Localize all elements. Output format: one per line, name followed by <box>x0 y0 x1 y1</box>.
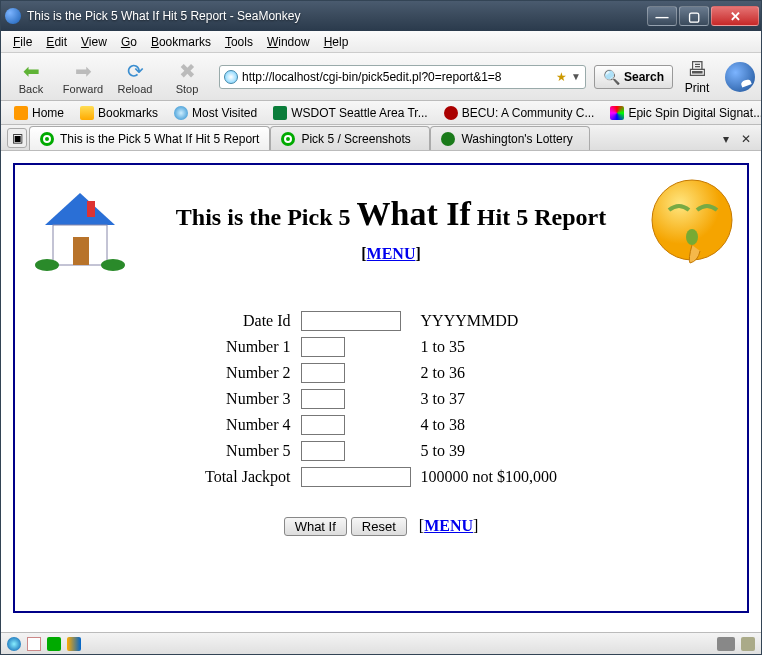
bookmark-epic[interactable]: Epic Spin Digital Signat... <box>603 104 761 122</box>
reset-button[interactable]: Reset <box>351 517 407 536</box>
svg-rect-3 <box>87 201 95 217</box>
input-n2[interactable] <box>301 363 345 383</box>
tab-2[interactable]: Pick 5 / Screenshots <box>270 126 430 150</box>
globe-icon <box>174 106 188 120</box>
menu-go[interactable]: Go <box>115 33 143 51</box>
close-button[interactable]: ✕ <box>711 6 759 26</box>
label-jackpot: Total Jackpot <box>205 467 297 487</box>
stop-icon: ✖ <box>175 59 199 83</box>
shush-emoji-icon <box>647 175 737 265</box>
svg-marker-0 <box>45 193 115 225</box>
svg-point-7 <box>686 229 698 245</box>
home-icon <box>14 106 28 120</box>
stop-button[interactable]: ✖Stop <box>163 59 211 95</box>
print-button[interactable]: 🖶Print <box>677 58 717 95</box>
menu-window[interactable]: Window <box>261 33 316 51</box>
app-icon <box>5 8 21 24</box>
forward-button[interactable]: ➡Forward <box>59 59 107 95</box>
input-n1[interactable] <box>301 337 345 357</box>
print-icon: 🖶 <box>687 58 707 81</box>
menu-link-bottom[interactable]: MENU <box>424 517 473 534</box>
bookmark-home[interactable]: Home <box>7 104 71 122</box>
tab-3[interactable]: Washington's Lottery <box>430 126 590 150</box>
hint-n3: 3 to 37 <box>415 389 557 409</box>
tab-1[interactable]: This is the Pick 5 What If Hit 5 Report <box>29 126 270 150</box>
label-dateid: Date Id <box>205 311 297 331</box>
input-n5[interactable] <box>301 441 345 461</box>
composer-icon[interactable] <box>47 637 61 651</box>
input-n4[interactable] <box>301 415 345 435</box>
reload-button[interactable]: ⟳Reload <box>111 59 159 95</box>
menu-link-top: [MENU] <box>135 245 647 263</box>
label-n4: Number 4 <box>205 415 297 435</box>
svg-point-4 <box>35 259 59 271</box>
mail-icon[interactable] <box>27 637 41 651</box>
bookmarks-bar: Home Bookmarks Most Visited WSDOT Seattl… <box>1 101 761 125</box>
clover-icon <box>441 132 455 146</box>
hint-n1: 1 to 35 <box>415 337 557 357</box>
throbber-icon <box>725 62 755 92</box>
addressbook-icon[interactable] <box>67 637 81 651</box>
becu-icon <box>444 106 458 120</box>
statusbar <box>1 632 761 654</box>
plugin-icon[interactable] <box>717 637 735 651</box>
menu-file[interactable]: File <box>7 33 38 51</box>
lock-icon[interactable] <box>741 637 755 651</box>
hint-n2: 2 to 36 <box>415 363 557 383</box>
url-input[interactable] <box>242 70 552 84</box>
hint-n5: 5 to 39 <box>415 441 557 461</box>
titlebar[interactable]: This is the Pick 5 What If Hit 5 Report … <box>1 1 761 31</box>
menu-bookmarks[interactable]: Bookmarks <box>145 33 217 51</box>
reload-icon: ⟳ <box>123 59 147 83</box>
bookmark-most-visited[interactable]: Most Visited <box>167 104 264 122</box>
maximize-button[interactable]: ▢ <box>679 6 709 26</box>
input-dateid[interactable] <box>301 311 401 331</box>
menu-tools[interactable]: Tools <box>219 33 259 51</box>
search-icon: 🔍 <box>603 69 620 85</box>
tab-bar: ▣ This is the Pick 5 What If Hit 5 Repor… <box>1 125 761 151</box>
globe-icon <box>224 70 238 84</box>
label-n1: Number 1 <box>205 337 297 357</box>
back-button[interactable]: ⬅Back <box>7 59 55 95</box>
house-icon <box>25 175 135 275</box>
label-n2: Number 2 <box>205 363 297 383</box>
arrow-right-icon: ➡ <box>71 59 95 83</box>
content-area: This is the Pick 5 What If Hit 5 Report … <box>1 151 761 632</box>
link-icon <box>40 132 54 146</box>
favorite-star-icon[interactable]: ★ <box>556 70 567 84</box>
arrow-left-icon: ⬅ <box>19 59 43 83</box>
page-body: This is the Pick 5 What If Hit 5 Report … <box>13 163 749 613</box>
label-n5: Number 5 <box>205 441 297 461</box>
search-button[interactable]: 🔍Search <box>594 65 673 89</box>
tab-dropdown[interactable]: ▾ <box>717 132 735 146</box>
hint-jackpot: 100000 not $100,000 <box>415 467 557 487</box>
whatif-button[interactable]: What If <box>284 517 347 536</box>
hint-dateid: YYYYMMDD <box>415 311 557 331</box>
menubar: File Edit View Go Bookmarks Tools Window… <box>1 31 761 53</box>
window-title: This is the Pick 5 What If Hit 5 Report … <box>27 9 645 23</box>
epic-icon <box>610 106 624 120</box>
menu-view[interactable]: View <box>75 33 113 51</box>
app-window: This is the Pick 5 What If Hit 5 Report … <box>0 0 762 655</box>
page-title: This is the Pick 5 What If Hit 5 Report … <box>135 175 647 263</box>
wsdot-icon <box>273 106 287 120</box>
online-status-icon[interactable] <box>7 637 21 651</box>
url-dropdown-icon[interactable]: ▼ <box>571 71 581 82</box>
menu-help[interactable]: Help <box>318 33 355 51</box>
tab-close-all[interactable]: ✕ <box>735 132 757 146</box>
bookmark-wsdot[interactable]: WSDOT Seattle Area Tr... <box>266 104 435 122</box>
toolbar: ⬅Back ➡Forward ⟳Reload ✖Stop ★ ▼ 🔍Search… <box>1 53 761 101</box>
folder-icon <box>80 106 94 120</box>
svg-rect-2 <box>73 237 89 265</box>
link-icon <box>281 132 295 146</box>
menu-link[interactable]: MENU <box>367 245 416 262</box>
input-jackpot[interactable] <box>301 467 411 487</box>
url-bar[interactable]: ★ ▼ <box>219 65 586 89</box>
new-tab-button[interactable]: ▣ <box>7 128 27 148</box>
input-n3[interactable] <box>301 389 345 409</box>
bookmark-becu[interactable]: BECU: A Community C... <box>437 104 602 122</box>
bookmark-bookmarks[interactable]: Bookmarks <box>73 104 165 122</box>
hint-n4: 4 to 38 <box>415 415 557 435</box>
menu-edit[interactable]: Edit <box>40 33 73 51</box>
minimize-button[interactable]: — <box>647 6 677 26</box>
